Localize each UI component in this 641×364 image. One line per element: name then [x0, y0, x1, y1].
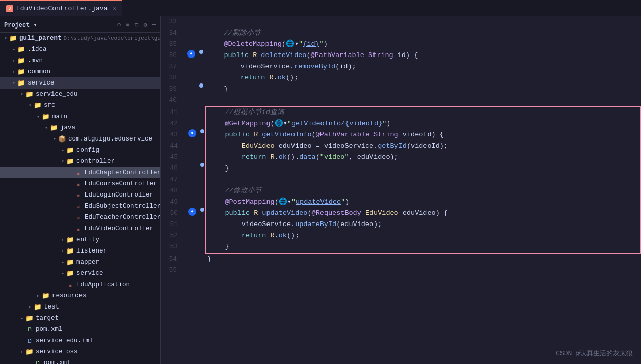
subject-java-icon: ☕ [74, 202, 83, 210]
main-arrow [35, 113, 42, 120]
sidebar-item-service-inner[interactable]: 📁 service [0, 268, 160, 279]
test-label: test [44, 303, 160, 311]
sidebar-item-test[interactable]: 📁 test [0, 301, 160, 313]
sidebar-item-service-oss[interactable]: 📁 service_oss [0, 346, 160, 357]
sidebar-item-controller[interactable]: 📁 controller [0, 156, 160, 167]
common-folder-icon: 📁 [17, 68, 25, 76]
main-layout: Project ▾ ⊕ ≡ ⊟ ⚙ — 📁 guli_parent D:\stu… [0, 16, 641, 364]
tab-label: EduVideoController.java [16, 5, 108, 12]
teacher-java-icon: ☕ [74, 213, 83, 221]
idea-arrow [10, 46, 17, 53]
sidebar-item-mvn[interactable]: 📁 .mvn [0, 55, 160, 66]
sidebar-item-pom-oss[interactable]: 🗋 pom.xml [0, 357, 160, 364]
sidebar-item-listener[interactable]: 📁 listener [0, 245, 160, 257]
tab-eduvideo[interactable]: J EduVideoController.java ✕ [0, 0, 122, 16]
sidebar-item-pom-edu[interactable]: 🗋 pom.xml [0, 324, 160, 335]
mapper-folder-icon: 📁 [66, 258, 74, 266]
marker-46 [200, 163, 204, 167]
service-edu-arrow [18, 91, 25, 98]
line-35: 35 @DeleteMapping(🌐▾"{id}") [161, 39, 641, 50]
sidebar-item-idea[interactable]: 📁 .idea [0, 44, 160, 55]
test-arrow [26, 303, 34, 311]
line-52: 52 return R.ok(); [162, 230, 640, 241]
tree-root[interactable]: 📁 guli_parent D:\study\java\code\project… [0, 33, 160, 44]
code-area[interactable]: 33 34 //删除小节 35 @DeleteMapping(🌐▾"{id} [161, 16, 641, 364]
sidebar-item-service-edu-iml[interactable]: 🗋 service_edu.iml [0, 335, 160, 346]
controller-folder-icon: 📁 [66, 157, 74, 165]
video-java-icon: ☕ [74, 225, 83, 233]
collapse-icon[interactable]: ⊟ [135, 21, 138, 29]
project-label: Project ▾ [4, 21, 37, 29]
project-header: Project ▾ ⊕ ≡ ⊟ ⚙ — [0, 18, 160, 33]
sidebar-item-edu-chapter[interactable]: ☕ EduChapterController [0, 167, 160, 178]
sidebar-item-edu-video[interactable]: ☕ EduVideoController [0, 223, 160, 234]
project-header-icons: ⊕ ≡ ⊟ ⚙ — [117, 21, 156, 29]
test-folder-icon: 📁 [34, 303, 42, 311]
idea-folder-icon: 📁 [17, 45, 25, 53]
login-label: EduLoginController [85, 191, 160, 199]
app-java-icon: ☕ [66, 281, 74, 289]
line-36: 36 ● public R deleteVideo(@PathVariable … [161, 50, 641, 61]
close-icon[interactable]: — [152, 21, 156, 29]
settings-icon[interactable]: ⚙ [144, 21, 147, 29]
package-folder-icon: 📦 [58, 135, 66, 143]
sidebar-item-edu-course[interactable]: ☕ EduCourseController [0, 178, 160, 189]
pom-oss-xml-icon: 🗋 [34, 359, 42, 364]
app-label: EduApplication [76, 281, 160, 288]
line-44: 44 EduVideo eduVideo = videoService.getB… [162, 141, 640, 152]
java-file-icon: J [6, 5, 13, 12]
target-label: target [36, 315, 160, 322]
config-folder-icon: 📁 [66, 146, 74, 154]
gutter-icon-43[interactable]: ● [188, 129, 196, 137]
oss-folder-icon: 📁 [25, 348, 34, 356]
teacher-label: EduTeacherController [85, 214, 161, 221]
resources-label: resources [52, 292, 160, 299]
src-folder-icon: 📁 [34, 101, 42, 109]
service-folder-icon: 📁 [17, 79, 25, 87]
gutter-icon-50[interactable]: ● [188, 208, 196, 216]
service-edu-label: service_edu [36, 91, 160, 98]
line-47: 47 [162, 174, 640, 185]
sidebar-item-service-edu[interactable]: 📁 service_edu [0, 89, 160, 100]
line-48: 48 //修改小节 [162, 185, 640, 197]
pom-xml-icon: 🗋 [25, 325, 34, 333]
line-39: 39 } [161, 83, 641, 95]
listener-label: listener [76, 247, 160, 255]
sidebar-item-java[interactable]: 📁 java [0, 122, 160, 133]
mvn-folder-icon: 📁 [17, 57, 25, 65]
course-java-icon: ☕ [74, 180, 83, 188]
sidebar-item-edu-app[interactable]: ☕ EduApplication [0, 279, 160, 290]
line-53: 53 } [162, 241, 640, 253]
marker-50 [200, 208, 204, 212]
resources-folder-icon: 📁 [42, 292, 50, 300]
java-label: java [60, 124, 160, 131]
add-icon[interactable]: ⊕ [117, 21, 121, 29]
sidebar-item-edu-subject[interactable]: ☕ EduSubjectController [0, 201, 160, 212]
service-edu-iml-label: service_edu.iml [36, 337, 160, 344]
main-label: main [52, 113, 160, 120]
sidebar-item-package[interactable]: 📦 com.atguigu.eduservice [0, 133, 160, 145]
tab-close-button[interactable]: ✕ [113, 5, 116, 12]
main-folder-icon: 📁 [42, 113, 50, 121]
sidebar-item-edu-login[interactable]: ☕ EduLoginController [0, 189, 160, 201]
line-34: 34 //删除小节 [161, 27, 641, 39]
sidebar-item-config[interactable]: 📁 config [0, 145, 160, 156]
listener-arrow [59, 247, 66, 255]
common-arrow [10, 68, 17, 75]
sidebar-item-service[interactable]: 📁 service [0, 77, 160, 89]
sidebar-item-common[interactable]: 📁 common [0, 66, 160, 77]
sidebar-item-main[interactable]: 📁 main [0, 111, 160, 122]
list-icon[interactable]: ≡ [126, 21, 129, 29]
package-arrow [51, 135, 58, 143]
sidebar: Project ▾ ⊕ ≡ ⊟ ⚙ — 📁 guli_parent D:\stu… [0, 16, 161, 364]
sidebar-item-target[interactable]: 📁 target [0, 313, 160, 324]
sidebar-item-resources[interactable]: 📁 resources [0, 290, 160, 301]
sidebar-item-mapper[interactable]: 📁 mapper [0, 257, 160, 268]
service-inner-arrow [59, 270, 66, 277]
iml-icon: 🗋 [25, 337, 34, 345]
sidebar-item-entity[interactable]: 📁 entity [0, 234, 160, 245]
listener-folder-icon: 📁 [66, 247, 74, 255]
sidebar-item-src[interactable]: 📁 src [0, 100, 160, 111]
gutter-icon-36[interactable]: ● [187, 50, 195, 58]
sidebar-item-edu-teacher[interactable]: ☕ EduTeacherController [0, 212, 160, 223]
